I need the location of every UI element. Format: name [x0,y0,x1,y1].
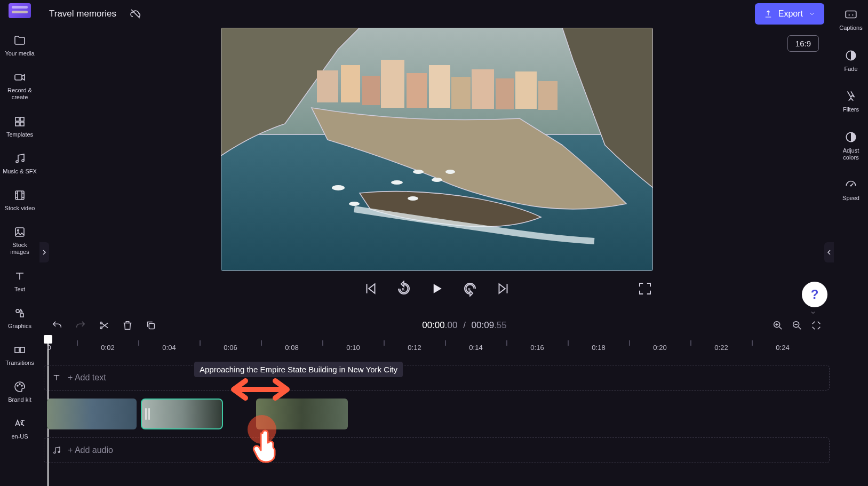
sidebar-item-label: Templates [6,131,33,138]
timecode-current: 00:00 [422,320,445,330]
sidebar-item-label: Your media [5,50,34,57]
sidebar-item-music-sfx[interactable]: Music & SFX [2,146,38,182]
sidebar-item-text[interactable]: Text [2,264,38,300]
panel-collapse-toggle[interactable] [805,307,821,318]
undo-button[interactable] [51,320,63,331]
preview-area: 16:9 [39,28,834,304]
contrast-icon [844,130,858,144]
ruler-minor-tick [77,340,78,346]
right-item-fade[interactable]: Fade [835,44,867,77]
right-item-adjust-colors[interactable]: Adjust colors [835,126,867,165]
rewind-5-button[interactable]: 5 [396,281,412,297]
timecode-total-frames: .55 [494,320,507,330]
aspect-ratio-selector[interactable]: 16:9 [787,35,819,52]
svg-rect-21 [362,76,380,105]
help-button[interactable]: ? [802,282,827,307]
ruler-tick-label: 0:24 [776,344,789,352]
playhead[interactable] [44,335,52,344]
project-title[interactable]: Travel memories [49,9,116,19]
ruler-tick-label: 0:22 [714,344,728,352]
ruler-minor-tick [752,340,753,346]
text-icon [13,270,26,283]
zoom-in-button[interactable] [772,320,784,331]
sidebar-item-record-create[interactable]: Record & create [2,65,38,108]
svg-rect-24 [429,65,450,108]
sidebar-item-brand-kit[interactable]: Brand kit [2,374,38,411]
svg-point-16 [21,385,22,386]
right-item-speed[interactable]: Speed [835,173,867,206]
svg-rect-23 [407,73,427,108]
zoom-out-button[interactable] [791,320,803,331]
sidebar-item-your-media[interactable]: Your media [2,28,38,65]
ruler-minor-tick [322,340,323,346]
shapes-icon [13,307,26,320]
language-icon [13,417,26,430]
sidebar-item-label: Music & SFX [3,168,37,175]
sidebar-item-transitions[interactable]: Transitions [2,337,38,374]
sidebar-item-stock-video[interactable]: Stock video [2,182,38,219]
preview-canvas[interactable] [221,28,653,271]
video-clip-1[interactable] [47,399,137,429]
export-button-label: Export [778,9,803,19]
zoom-fit-button[interactable] [810,320,822,331]
skip-back-button[interactable] [363,281,379,297]
ruler-tick-label: 0:20 [653,344,666,352]
right-panel-collapse[interactable] [824,242,834,262]
export-button[interactable]: Export [755,3,824,25]
svg-rect-22 [381,60,404,108]
skip-forward-button[interactable] [495,281,511,297]
sidebar-item-label: Stock video [5,205,35,212]
svg-point-30 [332,185,345,190]
ruler-minor-tick [568,340,569,346]
right-item-captions[interactable]: Captions [835,3,867,36]
video-clip-3[interactable] [256,399,348,429]
forward-5-button[interactable]: 5 [462,281,478,297]
ruler-tick-label: 0:16 [530,344,544,352]
svg-point-5 [16,161,18,163]
ruler-tick-label: 0:02 [101,344,114,352]
video-clip-2[interactable] [141,399,223,429]
svg-point-6 [22,160,24,162]
right-item-label: Filters [843,106,859,113]
svg-rect-12 [15,347,19,353]
folder-icon [13,34,26,47]
sidebar-item-stock-images[interactable]: Stock images [2,219,38,263]
audio-track-placeholder: + Add audio [68,445,113,455]
fullscreen-button[interactable] [637,281,653,297]
timeline-ruler[interactable]: 0 0:020:040:060:080:100:120:140:160:180:… [44,337,830,358]
ruler-tick-label: 0:12 [408,344,421,352]
delete-button[interactable] [122,320,133,331]
redo-button[interactable] [75,320,86,331]
cloud-off-icon[interactable] [129,7,142,20]
text-track[interactable]: + Add text [44,365,830,391]
ruler-minor-tick [506,340,507,346]
palette-icon [13,380,26,393]
audio-track[interactable]: + Add audio [44,437,830,463]
video-track[interactable] [44,397,830,431]
ruler-minor-tick [138,340,139,346]
split-button[interactable] [98,320,110,331]
right-item-label: Fade [844,66,857,73]
ruler-minor-tick [690,340,691,346]
ruler-minor-tick [261,340,262,346]
svg-rect-13 [20,347,25,353]
svg-rect-41 [149,323,154,329]
sidebar-item-label: Record & create [7,87,32,101]
right-item-filters[interactable]: Filters [835,85,867,117]
duplicate-button[interactable] [145,320,157,331]
sidebar-item-language[interactable]: en-US [2,411,38,448]
svg-text:5: 5 [468,287,471,292]
ruler-minor-tick [384,340,385,346]
ruler-tick-label: 0:14 [469,344,482,352]
svg-rect-25 [451,77,471,109]
image-icon [13,226,26,238]
transition-icon [13,344,26,356]
sidebar-item-graphics[interactable]: Graphics [2,300,38,337]
play-button[interactable] [429,281,445,297]
svg-point-32 [391,180,403,185]
ruler-tick-label: 0:06 [224,344,237,352]
right-item-label: Captions [839,25,862,31]
sidebar-item-templates[interactable]: Templates [2,109,38,146]
svg-rect-0 [15,75,22,80]
app-logo [9,3,31,18]
